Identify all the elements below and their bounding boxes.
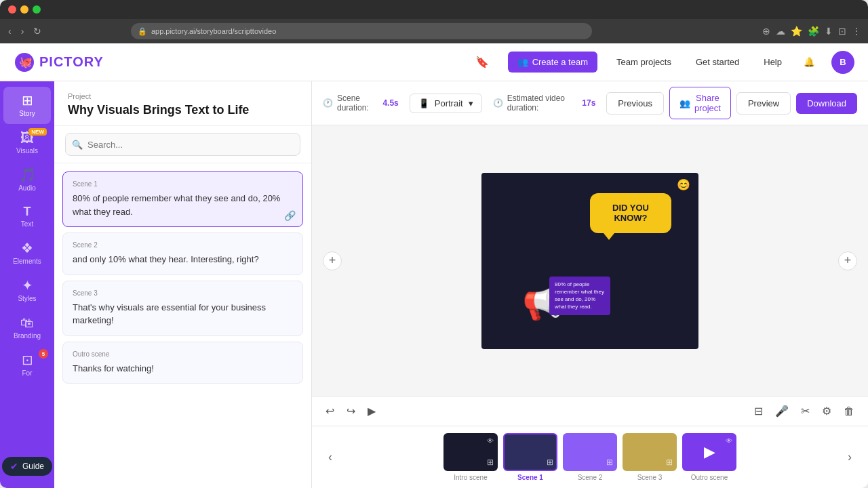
scene-text-1: 80% of people remember what they see and… xyxy=(73,192,293,218)
main-layout: ⊞ Story 🖼 Visuals NEW 🎵 Audio T Text xyxy=(0,81,868,488)
sidebar-item-elements[interactable]: ❖ Elements xyxy=(3,235,51,272)
refresh-button[interactable]: ↻ xyxy=(31,23,44,39)
script-panel: Project Why Visuals Brings Text to Life … xyxy=(54,81,312,488)
add-scene-right-button[interactable]: + xyxy=(838,251,857,270)
share-icon: 👥 xyxy=(679,98,690,108)
film-label-scene2: Scene 2 xyxy=(578,474,603,481)
back-button[interactable]: ‹ xyxy=(5,23,14,39)
captions-button[interactable]: ⊟ xyxy=(751,402,766,420)
film-thumb-scene2: ⊞ xyxy=(563,433,617,471)
scene-label-2: Scene 2 xyxy=(73,241,293,249)
film-item-scene3[interactable]: ⊞ Scene 3 xyxy=(623,433,677,481)
logo-text: PICTORY xyxy=(39,54,104,70)
address-text: app.pictory.ai/storyboard/scripttovideo xyxy=(151,27,276,35)
team-projects-link[interactable]: Team projects xyxy=(611,57,677,67)
layers-icon-scene1: ⊞ xyxy=(547,458,553,467)
close-btn[interactable] xyxy=(8,5,16,14)
filmstrip-prev-button[interactable]: ‹ xyxy=(323,447,338,467)
duration-value: 4.5s xyxy=(382,98,398,108)
share-label: Share project xyxy=(694,93,721,113)
scene-label-3: Scene 3 xyxy=(73,289,293,297)
sidebar-item-story[interactable]: ⊞ Story xyxy=(3,87,51,124)
settings-button[interactable]: ⚙ xyxy=(819,402,834,420)
redo-button[interactable]: ↪ xyxy=(344,402,358,420)
download-button[interactable]: Download xyxy=(796,93,857,114)
scene-item-2[interactable]: Scene 2 and only 10% what they hear. Int… xyxy=(62,232,303,275)
avatar-button[interactable]: B xyxy=(831,51,854,74)
share-project-button[interactable]: 👥 Share project xyxy=(669,87,731,119)
film-item-intro[interactable]: 👁 ⊞ Intro scene xyxy=(443,433,498,481)
canvas-controls: ↩ ↪ ▶ ⊟ 🎤 ✂ ⚙ 🗑 xyxy=(312,396,868,426)
sidebar-item-for[interactable]: ⊡ For 5 xyxy=(3,346,51,384)
duration-label: Scene duration: xyxy=(337,94,378,113)
ext-icon-6[interactable]: ⊡ xyxy=(837,24,848,38)
play-button[interactable]: ▶ xyxy=(365,402,378,420)
scissors-button[interactable]: ✂ xyxy=(798,402,812,420)
filmstrip-scroll: ‹ 👁 ⊞ Intro scene xyxy=(323,433,857,481)
elements-icon: ❖ xyxy=(21,241,33,255)
sidebar-text-label: Text xyxy=(21,220,33,228)
scene-item-3[interactable]: Scene 3 That's why visuals are essential… xyxy=(62,281,303,336)
browser-titlebar xyxy=(0,0,868,19)
mic-button[interactable]: 🎤 xyxy=(772,402,791,420)
guide-label: Guide xyxy=(22,462,44,471)
portrait-select[interactable]: 📱 Portrait ▾ xyxy=(410,94,482,113)
sidebar-visuals-label: Visuals xyxy=(16,147,38,155)
guide-check-icon: ✔ xyxy=(10,461,18,472)
create-team-button[interactable]: 👥 Create a team xyxy=(508,52,597,73)
guide-button[interactable]: ✔ Guide xyxy=(2,457,52,476)
styles-icon: ✦ xyxy=(22,279,33,292)
ext-icon-5[interactable]: ⬇ xyxy=(823,24,834,38)
scene-text-outro: Thanks for watching! xyxy=(73,362,293,375)
preview-button[interactable]: Preview xyxy=(736,92,791,115)
ext-icon-1[interactable]: ⊕ xyxy=(761,24,772,38)
scene-label-outro: Outro scene xyxy=(73,350,293,358)
menu-icon[interactable]: ⋮ xyxy=(850,24,863,38)
search-input[interactable] xyxy=(65,133,300,156)
sidebar-for-label: For xyxy=(22,369,33,377)
sidebar: ⊞ Story 🖼 Visuals NEW 🎵 Audio T Text xyxy=(0,81,54,488)
ext-icon-4[interactable]: 🧩 xyxy=(806,24,821,38)
ext-icon-3[interactable]: ⭐ xyxy=(789,24,804,38)
film-label-outro: Outro scene xyxy=(691,474,728,481)
sidebar-item-audio[interactable]: 🎵 Audio xyxy=(3,161,51,199)
canvas-top-bar: 🕐 Scene duration: 4.5s 📱 Portrait ▾ 🕐 Es… xyxy=(312,81,868,125)
branding-icon: 🛍 xyxy=(20,316,34,329)
for-icon: ⊡ xyxy=(22,353,33,367)
film-label-scene1: Scene 1 xyxy=(517,474,543,481)
header-right-actions: Previous 👥 Share project Preview Downloa… xyxy=(606,87,857,119)
ext-icon-2[interactable]: ☁ xyxy=(774,24,787,38)
scenes-list: Scene 1 80% of people remember what they… xyxy=(54,163,311,488)
audio-icon: 🎵 xyxy=(19,168,36,182)
film-thumb-intro: 👁 ⊞ xyxy=(443,433,498,471)
for-badge: 5 xyxy=(39,349,48,359)
get-started-link[interactable]: Get started xyxy=(690,57,745,67)
filmstrip-next-button[interactable]: › xyxy=(842,447,857,467)
sidebar-item-styles[interactable]: ✦ Styles xyxy=(3,272,51,309)
filmstrip-items: 👁 ⊞ Intro scene ⊞ Scene 1 xyxy=(339,433,841,481)
film-item-scene2[interactable]: ⊞ Scene 2 xyxy=(563,433,617,481)
maximize-btn[interactable] xyxy=(33,5,41,14)
minimize-btn[interactable] xyxy=(20,5,28,14)
sidebar-item-branding[interactable]: 🛍 Branding xyxy=(3,309,51,346)
clock2-icon: 🕐 xyxy=(493,98,503,108)
forward-button[interactable]: › xyxy=(18,23,27,39)
scene-item-outro[interactable]: Outro scene Thanks for watching! xyxy=(62,342,303,384)
add-scene-left-button[interactable]: + xyxy=(323,251,342,270)
layers-icon-intro: ⊞ xyxy=(487,458,494,467)
lock-icon: 🔒 xyxy=(138,27,147,36)
delete-button[interactable]: 🗑 xyxy=(841,403,857,420)
notification-button[interactable]: 🔔 xyxy=(801,54,818,70)
sidebar-item-visuals[interactable]: 🖼 Visuals NEW xyxy=(3,124,51,161)
help-link[interactable]: Help xyxy=(758,57,787,67)
film-item-outro[interactable]: 👁 ▶ Outro scene xyxy=(682,433,736,481)
sidebar-audio-label: Audio xyxy=(18,184,36,192)
scene-item-1[interactable]: Scene 1 80% of people remember what they… xyxy=(62,171,303,227)
film-item-scene1[interactable]: ⊞ Scene 1 xyxy=(503,433,557,481)
undo-button[interactable]: ↩ xyxy=(323,402,337,420)
previous-button[interactable]: Previous xyxy=(606,92,664,115)
bookmark-icon[interactable]: 🔖 xyxy=(470,56,494,68)
sidebar-item-text[interactable]: T Text xyxy=(3,199,51,235)
address-bar[interactable]: 🔒 app.pictory.ai/storyboard/scripttovide… xyxy=(131,23,592,39)
scene-duration: 🕐 Scene duration: 4.5s xyxy=(323,94,399,113)
